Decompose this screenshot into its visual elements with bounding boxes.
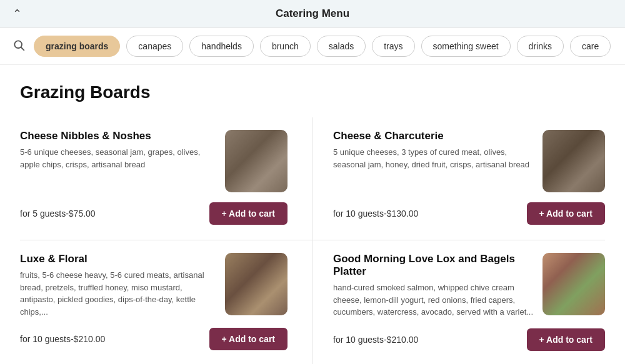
add-to-cart-button[interactable]: + Add to cart <box>527 328 605 351</box>
item-price: for 10 guests-$210.00 <box>333 335 418 345</box>
item-image <box>225 253 288 315</box>
item-price: for 5 guests-$75.00 <box>20 209 96 219</box>
item-footer: for 10 guests-$130.00 + Add to cart <box>333 202 605 225</box>
category-nav: grazing boardscanapeshandheldsbrunchsala… <box>0 28 625 65</box>
menu-item-luxe-floral: Luxe & Floral fruits, 5-6 cheese heavy, … <box>20 240 312 364</box>
item-row: Luxe & Floral fruits, 5-6 cheese heavy, … <box>20 253 288 318</box>
item-text: Good Morning Love Lox and Bagels Platter… <box>333 253 535 318</box>
item-text: Cheese & Charcuterie 5 unique cheeses, 3… <box>333 130 535 170</box>
item-name: Cheese & Charcuterie <box>333 130 535 142</box>
item-description: 5 unique cheeses, 3 types of cured meat,… <box>333 146 535 170</box>
page-title: Catering Menu <box>276 7 349 20</box>
category-trays[interactable]: trays <box>372 36 414 57</box>
item-price: for 10 guests-$130.00 <box>333 209 418 219</box>
item-image <box>225 130 288 192</box>
item-footer: for 10 guests-$210.00 + Add to cart <box>333 328 605 351</box>
category-drinks[interactable]: drinks <box>517 36 564 57</box>
search-icon[interactable] <box>10 36 28 57</box>
category-brunch[interactable]: brunch <box>260 36 311 57</box>
item-text: Cheese Nibbles & Noshes 5-6 unique chees… <box>20 130 218 170</box>
menu-grid: Cheese Nibbles & Noshes 5-6 unique chees… <box>20 117 605 364</box>
svg-line-1 <box>21 47 24 50</box>
add-to-cart-button[interactable]: + Add to cart <box>527 202 605 225</box>
menu-item-lox-bagels: Good Morning Love Lox and Bagels Platter… <box>312 240 605 364</box>
item-row: Cheese Nibbles & Noshes 5-6 unique chees… <box>20 130 288 192</box>
category-care[interactable]: care <box>570 36 611 57</box>
item-description: 5-6 unique cheeses, seasonal jam, grapes… <box>20 146 218 170</box>
item-image <box>542 130 605 192</box>
item-image <box>542 253 605 315</box>
item-name: Cheese Nibbles & Noshes <box>20 130 218 142</box>
item-description: hand-cured smoked salmon, whipped chive … <box>333 282 535 318</box>
item-name: Good Morning Love Lox and Bagels Platter <box>333 253 535 278</box>
item-footer: for 5 guests-$75.00 + Add to cart <box>20 202 288 225</box>
category-handhelds[interactable]: handhelds <box>189 36 254 57</box>
category-salads[interactable]: salads <box>317 36 366 57</box>
item-name: Luxe & Floral <box>20 253 218 265</box>
item-text: Luxe & Floral fruits, 5-6 cheese heavy, … <box>20 253 218 318</box>
back-button[interactable]: ⌃ <box>12 7 22 21</box>
menu-item-cheese-nibbles: Cheese Nibbles & Noshes 5-6 unique chees… <box>20 117 312 240</box>
add-to-cart-button[interactable]: + Add to cart <box>209 328 288 350</box>
main-content: Grazing Boards Cheese Nibbles & Noshes 5… <box>0 65 625 364</box>
item-row: Good Morning Love Lox and Bagels Platter… <box>333 253 605 318</box>
item-price: for 10 guests-$210.00 <box>20 334 105 344</box>
menu-item-cheese-charcuterie: Cheese & Charcuterie 5 unique cheeses, 3… <box>312 117 605 240</box>
item-description: fruits, 5-6 cheese heavy, 5-6 cured meat… <box>20 269 218 318</box>
category-something-sweet[interactable]: something sweet <box>421 36 511 57</box>
section-title: Grazing Boards <box>20 82 605 102</box>
item-footer: for 10 guests-$210.00 + Add to cart <box>20 328 288 350</box>
item-row: Cheese & Charcuterie 5 unique cheeses, 3… <box>333 130 605 192</box>
top-bar: ⌃ Catering Menu <box>0 0 625 28</box>
add-to-cart-button[interactable]: + Add to cart <box>209 202 288 225</box>
category-grazing-boards[interactable]: grazing boards <box>34 36 120 57</box>
category-canapes[interactable]: canapes <box>126 36 183 57</box>
